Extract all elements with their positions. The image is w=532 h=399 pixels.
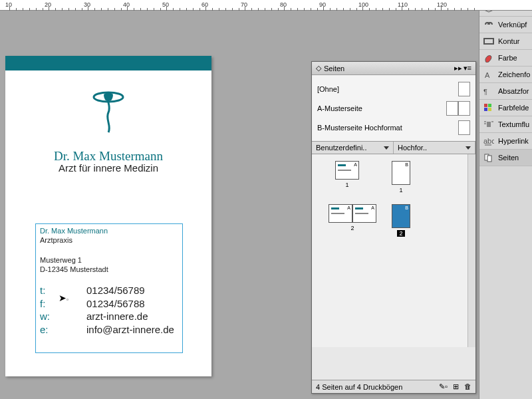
pages-panel[interactable]: ◇ Seiten ▸▸ ▾≡ [Ohne]A-MusterseiteB-Must… [311, 61, 476, 394]
page-thumbnails[interactable]: A1B1AA2B2 [312, 154, 475, 347]
spread-thumb[interactable]: AA2 [329, 204, 376, 231]
collapse-icon[interactable]: ▸▸ [454, 64, 462, 72]
contact-value: 01234/56788 [86, 297, 174, 311]
dock-stroke[interactable]: Kontur [479, 33, 532, 50]
dock-hyper[interactable]: abcHyperlink [479, 133, 532, 150]
master-name: [Ohne] [317, 85, 339, 93]
master-pages-list[interactable]: [Ohne]A-MusterseiteB-Musterseite Hochfor… [312, 75, 475, 142]
master-thumb [458, 82, 470, 96]
edit-page-icon[interactable]: ✎▫ [439, 382, 448, 391]
dock-label: Zeichenfo [498, 70, 530, 78]
master-row[interactable]: A-Musterseite [317, 98, 470, 118]
page-color-bar [5, 56, 211, 70]
dock-color[interactable]: Farbe [479, 50, 532, 66]
svg-rect-4 [484, 104, 487, 107]
pages-icon [483, 153, 494, 162]
master-row[interactable]: B-Musterseite Hochformat [317, 118, 470, 137]
footer-status: 4 Seiten auf 4 Druckbögen [316, 383, 402, 391]
panel-grip-icon: ◇ [316, 64, 321, 72]
trash-icon[interactable]: 🗑 [464, 382, 471, 391]
contact-value: info@arzt-innere.de [86, 323, 174, 336]
text-frame-selected[interactable]: Dr. Max Mustermann Arztpraxis Musterweg … [35, 223, 183, 353]
links-icon [483, 20, 494, 29]
panel-footer: 4 Seiten auf 4 Druckbögen ✎▫ ⊞ 🗑 [312, 380, 475, 393]
page-number: 1 [392, 187, 410, 194]
page-number: 2 [397, 230, 405, 237]
mouse-cursor: ➤▫ [59, 293, 68, 303]
spread-thumb[interactable]: A1 [335, 161, 359, 188]
hyper-icon: abc [483, 136, 494, 146]
dock-para[interactable]: ¶Absatzfor [479, 83, 532, 100]
logo-medical-icon [92, 89, 125, 137]
frame-street: Musterweg 1 [40, 255, 178, 265]
para-icon: ¶ [483, 86, 494, 96]
dropdown-icon [384, 146, 389, 150]
dock-label: Verknüpf [498, 21, 527, 29]
dock-char[interactable]: AZeichenfo [479, 66, 532, 83]
svg-text:¶: ¶ [483, 88, 487, 96]
panel-title: Seiten [324, 65, 344, 72]
frame-practice: Arztpraxis [40, 235, 178, 245]
dock-links[interactable]: Verknüpf [479, 17, 532, 33]
master-row[interactable]: [Ohne] [317, 79, 470, 98]
panel-header[interactable]: ◇ Seiten ▸▸ ▾≡ [312, 62, 475, 75]
master-name: B-Musterseite Hochformat [317, 124, 402, 132]
dock-label: Farbe [498, 54, 517, 62]
horizontal-ruler: 102030405060708090100110120 [0, 0, 532, 11]
svg-rect-1 [484, 39, 493, 44]
contact-table: t:01234/56789f:01234/56788w:arzt-innere.… [40, 284, 174, 336]
dock-pages[interactable]: Seiten [479, 150, 532, 166]
svg-text:A: A [485, 71, 490, 79]
master-name: A-Musterseite [317, 104, 362, 112]
contact-value: arzt-innere.de [86, 310, 174, 323]
dock-wrap[interactable]: Textumflu [479, 116, 532, 133]
stroke-icon [483, 37, 494, 46]
svg-rect-7 [488, 108, 491, 111]
panel-menu-icon[interactable]: ▾≡ [464, 64, 471, 72]
char-icon: A [483, 70, 494, 79]
page-number: 1 [335, 182, 359, 188]
dock-label: Absatzfor [498, 87, 529, 95]
dock-label: Seiten [498, 154, 519, 162]
card-subtitle: Arzt für innere Medizin [5, 162, 211, 174]
document-page[interactable]: Dr. Max Mustermann Arzt für innere Mediz… [5, 56, 211, 376]
svg-rect-8 [487, 122, 491, 127]
master-thumb [446, 101, 470, 116]
dock-label: Hyperlink [498, 137, 529, 145]
dropdown-icon [466, 146, 471, 150]
dock-panel: EbenenVerknüpfKonturFarbeAZeichenfo¶Absa… [479, 0, 532, 399]
contact-key: e: [40, 323, 86, 336]
spread-thumb[interactable]: B1 [392, 161, 410, 194]
svg-rect-6 [484, 108, 487, 111]
wrap-icon [483, 120, 494, 129]
selector-left[interactable]: Benutzerdefini.. [312, 142, 394, 154]
color-icon [483, 53, 494, 63]
panel-selectors: Benutzerdefini.. Hochfor.. [312, 142, 475, 154]
dock-label: Kontur [498, 37, 519, 45]
frame-city: D-12345 Musterstadt [40, 265, 178, 274]
contact-key: w: [40, 310, 86, 323]
swatch-icon [483, 103, 494, 112]
frame-name: Dr. Max Mustermann [40, 226, 178, 235]
dock-label: Farbfelde [498, 104, 529, 112]
contact-value: 01234/56789 [86, 284, 174, 297]
dock-swatch[interactable]: Farbfelde [479, 100, 532, 116]
selector-right[interactable]: Hochfor.. [394, 142, 475, 154]
svg-rect-5 [488, 104, 491, 107]
svg-text:abc: abc [483, 137, 494, 145]
card-title: Dr. Max Mustermann [5, 149, 211, 164]
scrollbar[interactable] [467, 154, 475, 347]
svg-rect-14 [487, 156, 491, 162]
new-page-icon[interactable]: ⊞ [453, 382, 459, 391]
dock-label: Textumflu [498, 120, 529, 128]
spread-thumb[interactable]: B2 [392, 204, 410, 237]
page-number: 2 [329, 225, 376, 231]
master-thumb [458, 120, 470, 135]
